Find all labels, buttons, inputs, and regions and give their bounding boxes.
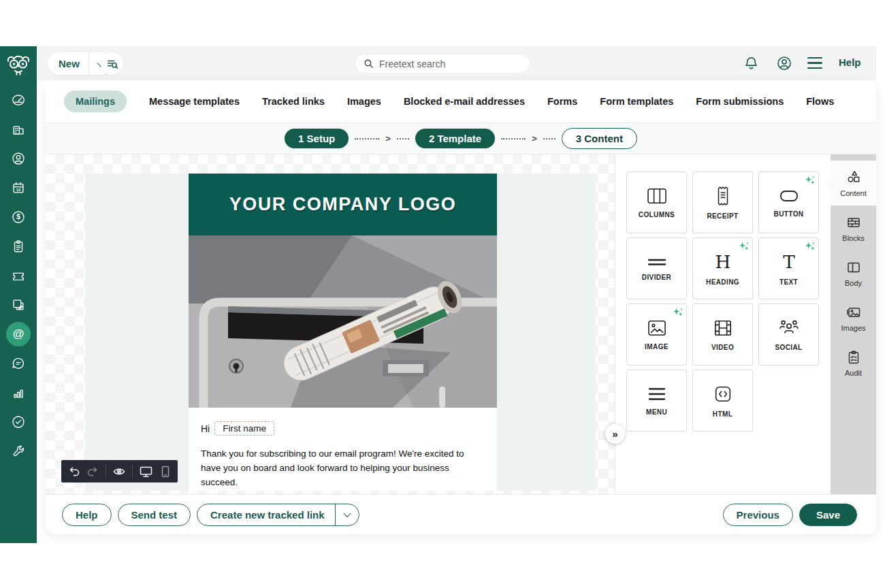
rail-tab-blocks[interactable]: Blocks [831, 206, 876, 250]
tile-columns[interactable]: COLUMNS [626, 172, 687, 233]
sidebar-item-payments[interactable]: $ [11, 210, 26, 225]
tab-images[interactable]: Images [347, 96, 381, 107]
account-button[interactable] [776, 55, 792, 71]
rail-tab-content[interactable]: Content [831, 161, 876, 206]
tile-menu[interactable]: MENU [626, 370, 687, 431]
tab-flows[interactable]: Flows [806, 96, 834, 107]
email-image-block[interactable] [189, 235, 497, 408]
ai-sparkle-icon [805, 176, 815, 186]
undo-icon [67, 465, 80, 478]
step-content[interactable]: 3 Content [562, 128, 637, 149]
hamburger-icon [807, 57, 822, 59]
sidebar-item-statistics[interactable] [11, 385, 26, 400]
svg-text:T: T [783, 252, 795, 272]
notifications-button[interactable] [743, 55, 759, 72]
sidebar-item-sms[interactable] [11, 356, 26, 371]
help-button[interactable]: Help [62, 504, 112, 526]
module-tabs: Mailings Message templates Tracked links… [46, 80, 876, 122]
email-text-block[interactable]: Hi First name Thank you for subscribing … [189, 408, 497, 491]
tile-divider[interactable]: DIVIDER [626, 238, 687, 299]
tile-social[interactable]: SOCIAL [758, 304, 819, 365]
sidebar-item-email[interactable]: @ [6, 322, 31, 346]
tab-form-templates[interactable]: Form templates [600, 96, 673, 107]
receipt-icon [714, 186, 732, 206]
tab-blocked-addresses[interactable]: Blocked e-mail addresses [404, 96, 525, 107]
search-input[interactable] [379, 59, 521, 69]
sidebar-item-goals[interactable] [11, 414, 26, 429]
save-button[interactable]: Save [799, 504, 857, 526]
gauge-icon [11, 93, 26, 108]
divider [132, 465, 133, 478]
social-icon [778, 318, 800, 338]
filter-search-icon [106, 57, 119, 71]
wrench-icon [11, 444, 26, 459]
step-setup[interactable]: 1 Setup [285, 129, 349, 148]
tile-image[interactable]: IMAGE [626, 304, 687, 365]
content-blocks-panel: COLUMNS RECEIPT BUTTON [615, 154, 831, 494]
redo-icon [86, 465, 99, 478]
previous-button[interactable]: Previous [723, 504, 793, 526]
tab-tracked-links[interactable]: Tracked links [262, 96, 325, 107]
tab-form-submissions[interactable]: Form submissions [696, 96, 784, 107]
collapse-panel-button[interactable]: » [605, 424, 625, 444]
sidebar-item-dashboard[interactable] [11, 93, 26, 108]
redo-button[interactable] [86, 465, 99, 478]
tab-mailings[interactable]: Mailings [64, 91, 127, 112]
merge-tag-first-name[interactable]: First name [214, 421, 274, 436]
sidebar-item-settings[interactable] [11, 444, 26, 459]
sidebar-item-tickets[interactable] [11, 268, 26, 283]
tile-receipt[interactable]: RECEIPT [692, 172, 753, 233]
step-connector [355, 138, 379, 140]
tile-heading[interactable]: H HEADING [692, 238, 753, 299]
building-icon [11, 122, 26, 137]
step-connector [501, 138, 526, 140]
sidebar-item-company[interactable] [11, 122, 26, 137]
preview-button[interactable] [112, 465, 126, 478]
tab-forms[interactable]: Forms [547, 96, 577, 107]
divider-icon [647, 257, 667, 267]
image-icon [647, 319, 667, 337]
clipboard-icon [11, 239, 26, 254]
sidebar-item-calendar[interactable]: 12 [11, 180, 26, 195]
create-tracked-link-button[interactable]: Create new tracked link [197, 504, 359, 526]
rail-tab-images[interactable]: Images [831, 295, 876, 340]
email-paragraph: Thank you for subscribing to our email p… [201, 447, 481, 490]
filter-search-button[interactable] [101, 52, 123, 75]
sidebar-item-forms[interactable] [11, 239, 26, 254]
sidebar-item-contacts[interactable] [11, 151, 26, 166]
svg-text:$: $ [16, 213, 20, 220]
svg-text:H: H [715, 252, 730, 272]
owl-logo-icon[interactable] [5, 54, 32, 76]
help-link-top[interactable]: Help [839, 56, 861, 68]
ai-sparkle-icon [673, 308, 683, 318]
layout-icon [846, 259, 862, 276]
greeting-text: Hi [201, 423, 210, 434]
tile-html[interactable]: HTML [692, 370, 753, 431]
rail-tab-audit[interactable]: Audit [831, 340, 876, 385]
editor-side-rail: Content Blocks Body Images Audit [831, 154, 876, 494]
step-template[interactable]: 2 Template [415, 129, 495, 148]
person-circle-icon [11, 151, 26, 166]
send-test-button[interactable]: Send test [118, 504, 191, 526]
email-header-block[interactable]: YOUR COMPANY LOGO [189, 174, 497, 235]
heading-icon: H [713, 252, 733, 272]
desktop-view-button[interactable] [139, 465, 153, 478]
global-search [355, 54, 530, 74]
tile-video[interactable]: VIDEO [692, 304, 753, 365]
mobile-view-button[interactable] [159, 465, 172, 478]
create-link-dropdown-toggle[interactable] [336, 512, 359, 517]
undo-button[interactable] [67, 465, 80, 478]
rail-tab-body[interactable]: Body [831, 250, 876, 295]
images-icon [846, 304, 862, 321]
eye-icon [112, 465, 126, 478]
tile-button[interactable]: BUTTON [758, 172, 819, 233]
video-icon [713, 318, 733, 338]
ai-sparkle-icon [739, 242, 749, 252]
menu-button[interactable] [807, 55, 822, 69]
divider [106, 465, 106, 478]
editor-toolbar [61, 460, 178, 483]
tile-text[interactable]: T TEXT [758, 238, 819, 299]
tab-message-templates[interactable]: Message templates [149, 96, 240, 107]
desktop-icon [139, 465, 153, 478]
sidebar-item-landing-pages[interactable] [11, 297, 26, 312]
